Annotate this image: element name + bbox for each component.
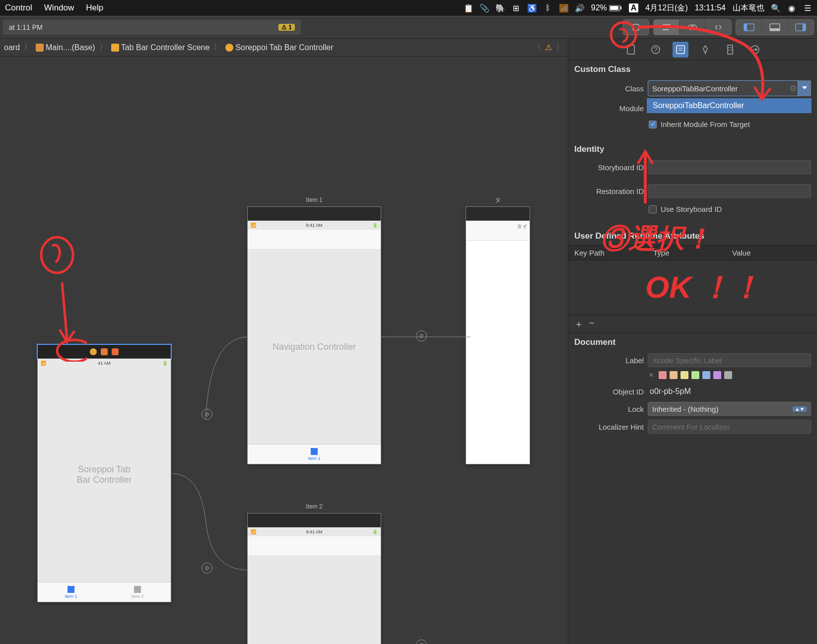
attachment-icon[interactable]: 📎 xyxy=(480,3,489,12)
attr-col-keypath: Key Path xyxy=(574,249,653,257)
text-editor-button[interactable] xyxy=(654,20,680,35)
class-dropdown-button[interactable] xyxy=(798,80,811,96)
attributes-body[interactable] xyxy=(568,260,817,315)
nav-warning-icon[interactable]: ⚠ xyxy=(545,43,552,52)
clear-icon[interactable]: ⊙ xyxy=(790,83,796,93)
breadcrumb-item-0[interactable]: oard xyxy=(4,43,20,52)
user-name[interactable]: 山本竜也 xyxy=(733,3,764,13)
swatch-blue[interactable] xyxy=(702,371,710,379)
standard-editor-button[interactable] xyxy=(623,20,649,35)
left-panel-button[interactable] xyxy=(736,20,762,35)
segue-dot[interactable]: ⊘ xyxy=(416,330,427,341)
xcode-toolbar: at 1:11 PM ⚠ 1 xyxy=(0,16,817,39)
tabbar-controller-frame[interactable]: 📶41 AM🔋 Soreppoi Tab Bar Controller Item… xyxy=(37,344,171,602)
menu-window[interactable]: Window xyxy=(44,3,74,13)
add-attribute-button[interactable]: ＋ xyxy=(574,318,583,330)
accessibility-icon[interactable]: ♿ xyxy=(528,3,537,12)
svg-rect-19 xyxy=(627,45,634,54)
menu-help[interactable]: Help xyxy=(86,3,103,13)
tab-bar: Item 1 xyxy=(248,444,381,464)
date-display[interactable]: 4月12日(金) xyxy=(645,3,687,13)
module-dropdown-item[interactable]: SoreppoiTabBarController xyxy=(647,98,812,113)
swatch-yellow[interactable] xyxy=(681,371,688,379)
color-swatches: ✕ xyxy=(568,369,817,383)
notification-icon[interactable]: ☰ xyxy=(803,3,812,12)
breadcrumb-item-2[interactable]: Tab Bar Controller Scene xyxy=(111,43,210,52)
view-controller-1-frame[interactable]: タ タイ xyxy=(466,206,530,464)
right-panel-button[interactable] xyxy=(788,20,814,35)
breadcrumb-item-1[interactable]: Main....(Base) xyxy=(36,43,95,52)
lock-select[interactable]: Inherited - (Nothing)▲▼ xyxy=(648,402,811,416)
evernote-icon[interactable]: 🐘 xyxy=(496,3,505,12)
custom-class-title: Custom Class xyxy=(568,61,817,78)
segue-dot[interactable]: ⊘ xyxy=(416,640,427,644)
assistant-editor-button[interactable] xyxy=(680,20,705,35)
scene-icon xyxy=(111,44,119,52)
device-title: タ xyxy=(466,194,530,206)
storyboard-id-input[interactable] xyxy=(648,160,811,174)
clipboard-icon[interactable]: 📋 xyxy=(464,3,473,12)
time-display[interactable]: 13:11:54 xyxy=(695,3,726,12)
localizer-hint-input[interactable] xyxy=(648,420,811,434)
nav-forward-button[interactable]: 〉 xyxy=(556,42,564,53)
remove-attribute-button[interactable]: − xyxy=(589,318,595,330)
attributes-inspector-tab[interactable] xyxy=(697,42,713,58)
build-status[interactable]: at 1:11 PM ⚠ 1 xyxy=(3,20,301,35)
menu-control[interactable]: Control xyxy=(5,3,32,13)
storyboard-canvas[interactable]: 📶41 AM🔋 Soreppoi Tab Bar Controller Item… xyxy=(0,57,568,644)
segue-dot[interactable]: ⊘ xyxy=(202,563,212,574)
main-area: oard 〉 Main....(Base) 〉 Tab Bar Controll… xyxy=(0,39,817,644)
bottom-panel-button[interactable] xyxy=(762,20,788,35)
siri-icon[interactable]: ◉ xyxy=(787,3,796,12)
swatch-orange[interactable] xyxy=(670,371,678,379)
class-input[interactable] xyxy=(648,80,798,96)
svg-rect-10 xyxy=(744,24,747,31)
document-title: Document xyxy=(568,333,817,351)
clear-color-button[interactable]: ✕ xyxy=(649,372,654,379)
input-indicator[interactable]: A xyxy=(629,3,639,12)
device-header[interactable] xyxy=(38,345,171,359)
svg-point-8 xyxy=(691,25,696,30)
battery-status[interactable]: 92% xyxy=(591,3,622,12)
wifi-icon[interactable]: 📶 xyxy=(559,3,568,12)
nav-back-button[interactable]: 〈 xyxy=(533,42,541,53)
swatch-red[interactable] xyxy=(659,371,667,379)
inherit-module-label: Inherit Module From Target xyxy=(661,120,750,129)
svg-rect-3 xyxy=(633,24,639,30)
controller-label: Navigation Controller xyxy=(248,556,381,644)
grid-icon[interactable]: ⊞ xyxy=(512,3,521,12)
bluetooth-icon[interactable]: ᛒ xyxy=(544,3,552,12)
inherit-module-checkbox[interactable]: ✓ xyxy=(649,121,657,129)
doc-label-input[interactable] xyxy=(648,353,811,367)
size-inspector-tab[interactable] xyxy=(722,42,738,58)
warning-badge[interactable]: ⚠ 1 xyxy=(278,24,295,31)
attr-col-value: Value xyxy=(732,249,811,257)
swatch-green[interactable] xyxy=(691,371,699,379)
svg-rect-1 xyxy=(610,6,618,10)
svg-text:?: ? xyxy=(654,46,657,53)
nav-controller-1-frame[interactable]: Item 1 📶9:41 AM🔋 Navigation Controller I… xyxy=(247,206,381,464)
tab-item-1[interactable]: Item 1 xyxy=(38,582,104,602)
object-id-value: o0r-pb-5pM xyxy=(648,385,811,398)
tab-bar: Item 1 Item 2 xyxy=(38,582,171,602)
restoration-id-input[interactable] xyxy=(648,184,811,198)
tab-item-2[interactable]: Item 2 xyxy=(104,582,171,602)
swatch-purple[interactable] xyxy=(713,371,721,379)
use-storyboard-id-checkbox[interactable] xyxy=(649,205,657,213)
version-editor-button[interactable] xyxy=(705,20,731,35)
swatch-gray[interactable] xyxy=(724,371,732,379)
breadcrumb-sep: 〉 xyxy=(211,42,223,53)
connections-inspector-tab[interactable] xyxy=(747,42,763,58)
identity-inspector-tab[interactable] xyxy=(673,42,688,58)
panel-group xyxy=(736,19,814,35)
volume-icon[interactable]: 🔊 xyxy=(575,3,584,12)
segue-dot[interactable]: ⊘ xyxy=(202,409,212,420)
spotlight-icon[interactable]: 🔍 xyxy=(771,3,780,12)
help-inspector-tab[interactable]: ? xyxy=(648,42,664,58)
breadcrumb-item-3[interactable]: Soreppoi Tab Bar Controller xyxy=(225,43,333,52)
nav-controller-2-frame[interactable]: Item 2 📶9:41 AM🔋 Navigation Controller xyxy=(247,513,381,644)
breadcrumb-nav: 〈 ⚠ 〉 xyxy=(533,42,564,53)
file-inspector-tab[interactable] xyxy=(623,42,639,58)
status-bar: 📶9:41 AM🔋 xyxy=(248,527,381,536)
svg-rect-12 xyxy=(770,28,780,31)
